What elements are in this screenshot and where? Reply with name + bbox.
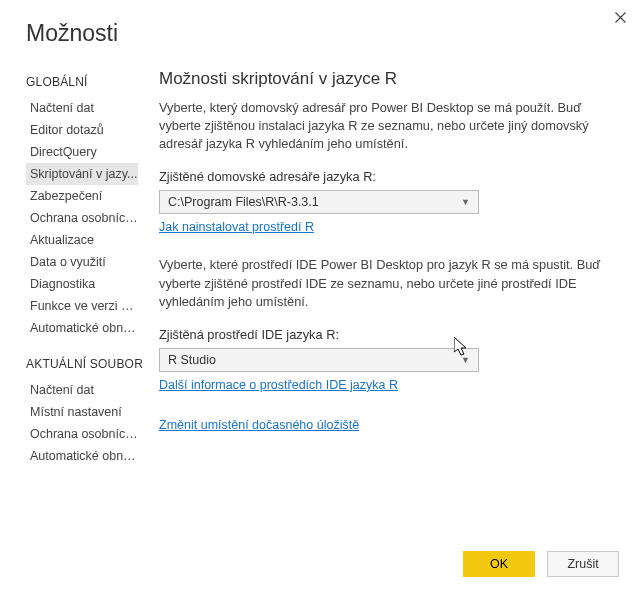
sidebar-item[interactable]: Funkce ve verzi Pre...	[26, 295, 138, 317]
sidebar-item[interactable]: Editor dotazů	[26, 119, 138, 141]
home-dir-label: Zjištěné domovské adresáře jazyka R:	[159, 169, 613, 184]
sidebar-item[interactable]: Ochrana osobních...	[26, 423, 138, 445]
panel-title: Možnosti skriptování v jazyce R	[159, 69, 613, 89]
sidebar-item[interactable]: Ochrana osobních...	[26, 207, 138, 229]
home-dir-value: C:\Program Files\R\R-3.3.1	[168, 195, 319, 209]
sidebar-item[interactable]: Automatické obnov...	[26, 317, 138, 339]
ok-button[interactable]: OK	[463, 551, 535, 577]
cancel-button[interactable]: Zrušit	[547, 551, 619, 577]
options-dialog: Možnosti GLOBÁLNÍ Načtení datEditor dota…	[0, 0, 641, 593]
ide-description: Vyberte, které prostředí IDE Power BI De…	[159, 256, 613, 310]
ide-info-link[interactable]: Další informace o prostředích IDE jazyka…	[159, 378, 398, 392]
sidebar-item[interactable]: Načtení dat	[26, 97, 138, 119]
dialog-body: GLOBÁLNÍ Načtení datEditor dotazůDirectQ…	[0, 47, 641, 467]
chevron-down-icon: ▼	[461, 197, 470, 207]
dialog-footer: OK Zrušit	[463, 551, 619, 577]
sidebar-section-current-file: AKTUÁLNÍ SOUBOR	[26, 357, 145, 371]
install-r-link[interactable]: Jak nainstalovat prostředí R	[159, 220, 314, 234]
sidebar-item[interactable]: Aktualizace	[26, 229, 138, 251]
sidebar-item[interactable]: Místní nastavení	[26, 401, 138, 423]
ide-value: R Studio	[168, 353, 216, 367]
close-icon	[615, 12, 626, 23]
main-panel: Možnosti skriptování v jazyce R Vyberte,…	[145, 67, 641, 467]
chevron-down-icon: ▼	[461, 355, 470, 365]
sidebar-item[interactable]: Zabezpečení	[26, 185, 138, 207]
sidebar-item[interactable]: Načtení dat	[26, 379, 138, 401]
dialog-title: Možnosti	[0, 0, 641, 47]
sidebar-item[interactable]: DirectQuery	[26, 141, 138, 163]
sidebar-item[interactable]: Data o využití	[26, 251, 138, 273]
sidebar: GLOBÁLNÍ Načtení datEditor dotazůDirectQ…	[0, 67, 145, 467]
ide-dropdown[interactable]: R Studio ▼	[159, 348, 479, 372]
sidebar-item[interactable]: Automatické obnov...	[26, 445, 138, 467]
close-button[interactable]	[611, 8, 629, 26]
home-dir-dropdown[interactable]: C:\Program Files\R\R-3.3.1 ▼	[159, 190, 479, 214]
sidebar-item[interactable]: Skriptování v jazy...	[26, 163, 138, 185]
sidebar-item[interactable]: Diagnostika	[26, 273, 138, 295]
ide-label: Zjištěná prostředí IDE jazyka R:	[159, 327, 613, 342]
sidebar-section-global: GLOBÁLNÍ	[26, 75, 145, 89]
temp-storage-link[interactable]: Změnit umístění dočasného úložiště	[159, 418, 359, 432]
home-dir-description: Vyberte, který domovský adresář pro Powe…	[159, 99, 613, 153]
